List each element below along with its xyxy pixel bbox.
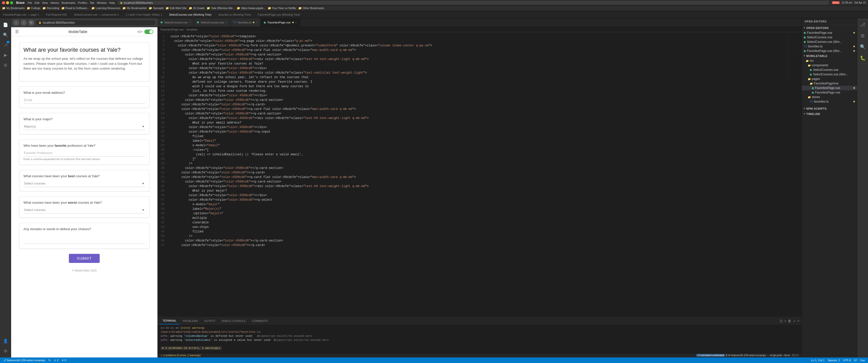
file-item-favoritespage-2[interactable]: ⬟ FavoritesPage.vue (Wor...	[802, 48, 857, 53]
top-tab-favorites-page[interactable]: FavoritesPage.vue — page 1	[2, 13, 40, 16]
tab-output[interactable]: OUTPUT	[201, 318, 218, 324]
remarks-textarea[interactable]	[24, 233, 145, 244]
menu-file[interactable]: File	[28, 1, 32, 4]
tab-favorites-ts[interactable]: TS favorites.ts ×	[230, 18, 261, 27]
bookmark-yipple[interactable]: 📁 https://www.yipple...	[237, 6, 266, 10]
activity-search[interactable]: 🔍	[1, 30, 10, 39]
activity-git-right[interactable]: ⎇	[858, 20, 867, 29]
activity-extensions-right[interactable]: ⊞	[858, 31, 867, 40]
major-select[interactable]: Major(s)	[24, 123, 145, 130]
bookmark-my-bookmarks[interactable]: 📁 My Bookmarks	[2, 6, 25, 10]
bookmark-road-to-software[interactable]: 📁 Road to Software...	[61, 6, 89, 10]
worst-courses-select[interactable]: Select courses	[24, 206, 145, 213]
folder-components[interactable]: 📁 components	[802, 63, 857, 68]
mobiletable-section-header[interactable]: ▾ MOBILETABLE	[802, 53, 857, 59]
status-line-ending[interactable]: LF	[854, 359, 857, 362]
tab-close-2[interactable]: ×	[225, 21, 227, 24]
close-button[interactable]	[2, 1, 5, 4]
activity-explorer[interactable]: 📄	[1, 20, 10, 29]
folder-stores[interactable]: 📁 stores	[802, 95, 857, 99]
tab-close-4[interactable]: ×	[295, 21, 297, 24]
bookmark-year-on-netflix[interactable]: 📁 Your Year on Netflix	[268, 6, 296, 10]
hamburger-menu[interactable]: ☰	[15, 29, 19, 34]
bookmark-my-bookmarklet[interactable]: 📁 My Bookmarklet	[122, 6, 147, 10]
status-sync[interactable]: ↻	[49, 359, 51, 362]
code-area[interactable]: color:#9cdcfe">style="color:#569cd6"><te…	[167, 32, 786, 317]
address-bar[interactable]: 🔒 localhost:9000/favorites	[118, 1, 829, 5]
file-favoritespage-active[interactable]: ⬟ FavoritesPage.vue	[802, 86, 857, 90]
file-selectcourses-tree-2[interactable]: ⬟ SelectCourses.vue (Wor...	[802, 72, 857, 77]
menu-view[interactable]: View	[42, 1, 48, 4]
activity-search-right[interactable]: 🔍	[858, 42, 867, 52]
menu-help[interactable]: Help	[109, 1, 115, 4]
bookmark-learning[interactable]: 📁 Learning Resources	[91, 6, 121, 10]
tab-close-3[interactable]: ×	[256, 21, 257, 24]
tab-close-1[interactable]: ×	[189, 21, 190, 24]
status-encoding[interactable]: UTF-8	[843, 359, 851, 362]
tab-selectcourses-2[interactable]: ⬟ SelectCourses.vue ×	[194, 18, 230, 27]
minimize-button[interactable]	[6, 1, 9, 4]
terminal-close-icon[interactable]: ×	[797, 319, 799, 323]
file-item-selectcourses-1[interactable]: ⬟ SelectCourses.vue	[802, 35, 857, 40]
menu-history[interactable]: History	[51, 1, 59, 4]
bookmark-college[interactable]: 📁 College	[27, 6, 40, 10]
terminal-split-icon[interactable]: ⊡	[780, 319, 783, 323]
status-spaces[interactable]: Spaces: 2	[828, 359, 840, 362]
top-menu[interactable]: File Edit View History Bookmarks Profile…	[28, 1, 115, 4]
terminal-kill-icon[interactable]: 🗑	[788, 319, 791, 323]
activity-debug[interactable]: ▶	[1, 51, 10, 60]
top-tab-full-request[interactable]: Full Request #91	[45, 13, 68, 16]
professors-input[interactable]	[24, 150, 145, 157]
tab-problems[interactable]: PROBLEMS	[180, 318, 201, 324]
bookmark-js-grade[interactable]: 📁 JS Grade	[189, 6, 205, 10]
activity-debug-right[interactable]: 🐛	[858, 54, 867, 63]
reload-button[interactable]: ↻	[28, 20, 34, 26]
forward-button[interactable]: ›	[21, 20, 27, 26]
file-favoritespage-tree[interactable]: ⬟ FavoritesPage.vue	[802, 90, 857, 95]
menu-edit[interactable]: Edit	[35, 1, 39, 4]
terminal-content[interactable]: 12:38:31 am [vite] warning: /Users/brade…	[157, 324, 801, 353]
maximize-button[interactable]	[10, 1, 13, 4]
folder-pages[interactable]: 📁 pages	[802, 77, 857, 81]
activity-settings[interactable]: ⚙	[1, 346, 10, 356]
status-position[interactable]: Ln 1, Col 1	[811, 359, 825, 362]
tab-terminal[interactable]: TERMINAL	[159, 318, 180, 324]
tab-selectcourses-1[interactable]: ⬟ SelectCourses.vue ×	[157, 18, 194, 27]
folder-favoritespageVue[interactable]: 📁 FavoritesPageVue	[802, 81, 857, 86]
file-item-favoritespage-1[interactable]: ⬟ FavoritesPage.vue	[802, 31, 857, 35]
bookmark-recruiting[interactable]: 📁 Recruiting	[42, 6, 59, 10]
toggle-switch[interactable]	[144, 30, 153, 34]
file-selectcourses-tree[interactable]: ⬟ SelectCourses.vue	[802, 68, 857, 72]
bookmark-yale-effective[interactable]: 📁 Yale Effective Attr...	[207, 6, 235, 10]
window-controls[interactable]	[2, 1, 13, 4]
timeline-section[interactable]: ▾ TIMELINE	[802, 111, 857, 117]
top-tab-favorites-ts[interactable]: favorites.ts (Working Tree)	[217, 13, 252, 16]
activity-extensions[interactable]: ⊞	[1, 61, 10, 70]
status-git-branch[interactable]: ⎇ feature/si0-159-select-revamps	[3, 359, 45, 362]
top-tab-favoritespage-workingtree[interactable]: FavoritesPage.vue (Working Tree)	[257, 13, 301, 16]
top-tab-selectcourses-style[interactable]: { } style { min-height: 640px; }	[125, 13, 163, 16]
file-item-selectcourses-2[interactable]: ⬟ SelectCourses.vue (Wor...	[802, 40, 857, 44]
status-problems[interactable]: ⚠ 2	[54, 359, 59, 362]
status-errors[interactable]: ✕ 0	[62, 359, 66, 362]
bookmark-spreadd[interactable]: 📁 Spreadd	[149, 6, 163, 10]
browser-url-bar[interactable]: 🔒 localhost:9000/favorites	[36, 20, 155, 25]
email-input[interactable]	[24, 97, 145, 104]
top-tab-selectcourses-comp[interactable]: SelectCourses.vue — components 1	[73, 13, 120, 16]
best-courses-select[interactable]: Select courses	[24, 180, 145, 187]
submit-button[interactable]: SUBMIT	[69, 254, 100, 263]
npm-section[interactable]: ▾ NPM SCRIPTS	[802, 106, 857, 111]
status-language[interactable]: Vue	[860, 359, 865, 362]
terminal-add-icon[interactable]: +	[784, 319, 786, 323]
code-icon[interactable]: </>	[137, 30, 142, 34]
open-editors-header[interactable]: ▾ OPEN EDITORS	[802, 25, 857, 31]
bookmark-other[interactable]: 📁 Other Bookmarks	[298, 6, 324, 10]
tab-debug-console[interactable]: DEBUG CONSOLE	[218, 318, 249, 324]
tab-comments[interactable]: COMMENTS	[249, 318, 271, 324]
file-item-favorites-ts[interactable]: TS favorites.ts	[802, 44, 857, 48]
activity-accounts[interactable]: 👤	[1, 336, 10, 345]
activity-git[interactable]: ⎇ 1	[1, 40, 10, 50]
menu-window[interactable]: Window	[97, 1, 106, 4]
terminal-maximize-icon[interactable]: ⤢	[793, 319, 796, 323]
back-button[interactable]: ‹	[13, 20, 19, 26]
